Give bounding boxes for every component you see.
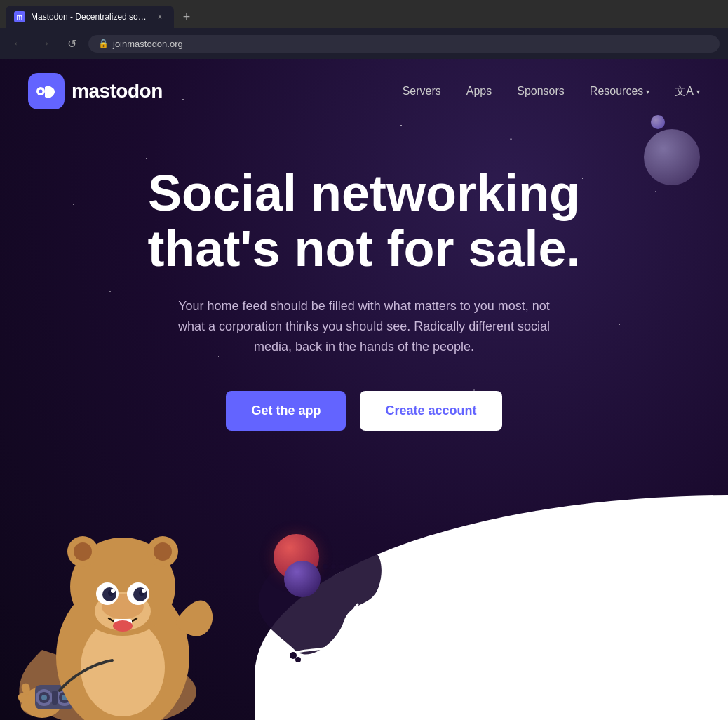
address-bar: ← → ↺ 🔒 joinmastodon.org [0, 28, 728, 59]
svg-point-2 [290, 652, 297, 659]
tab-close-button[interactable]: × [154, 11, 166, 22]
svg-point-28 [142, 589, 146, 593]
forward-button[interactable]: → [35, 34, 55, 53]
logo-text: mastodon [72, 80, 163, 102]
hero-buttons: Get the app Create account [28, 391, 700, 431]
get-app-button[interactable]: Get the app [226, 391, 346, 431]
create-account-button[interactable]: Create account [360, 391, 501, 431]
website-content: mastodon Servers Apps Sponsors Resources… [0, 59, 728, 720]
bottom-illustration [0, 481, 728, 720]
url-bar[interactable]: 🔒 joinmastodon.org [88, 35, 720, 53]
hero-subtitle: Your home feed should be filled with wha… [168, 296, 560, 356]
site-logo[interactable]: mastodon [28, 73, 163, 109]
site-navigation: mastodon Servers Apps Sponsors Resources… [0, 59, 728, 124]
nav-resources[interactable]: Resources ▾ [590, 85, 649, 98]
svg-point-32 [154, 542, 172, 561]
dots-decoration [323, 564, 344, 569]
active-tab[interactable]: m Mastodon - Decentralized social × [6, 6, 174, 28]
reload-button[interactable]: ↺ [62, 34, 81, 53]
browser-window: m Mastodon - Decentralized social × + ← … [0, 0, 728, 720]
tab-title: Mastodon - Decentralized social [31, 12, 149, 22]
back-button[interactable]: ← [8, 34, 28, 53]
svg-rect-13 [52, 691, 58, 705]
tab-bar: m Mastodon - Decentralized social × + [0, 0, 728, 28]
tab-favicon: m [14, 11, 25, 22]
nav-apps[interactable]: Apps [466, 85, 492, 98]
hero-title: Social networking that's not for sale. [90, 166, 638, 276]
svg-point-20 [113, 620, 133, 632]
new-tab-button[interactable]: + [177, 7, 196, 27]
language-chevron-icon: ▾ [696, 88, 700, 95]
url-text: joinmastodon.org [113, 39, 183, 49]
lock-icon: 🔒 [98, 39, 109, 48]
purple-orb [284, 561, 321, 597]
svg-point-11 [41, 695, 47, 700]
logo-icon [28, 73, 65, 109]
resources-chevron-icon: ▾ [646, 88, 649, 95]
nav-language[interactable]: 文A ▾ [675, 84, 700, 99]
svg-point-3 [295, 657, 301, 662]
hero-section: Social networking that's not for sale. Y… [0, 124, 728, 459]
svg-point-30 [74, 542, 92, 561]
svg-point-27 [111, 589, 115, 593]
mascot-illustration [0, 453, 238, 720]
nav-links: Servers Apps Sponsors Resources ▾ 文A ▾ [403, 84, 700, 99]
svg-point-1 [39, 90, 43, 93]
nav-servers[interactable]: Servers [403, 85, 441, 98]
nav-sponsors[interactable]: Sponsors [517, 85, 565, 98]
